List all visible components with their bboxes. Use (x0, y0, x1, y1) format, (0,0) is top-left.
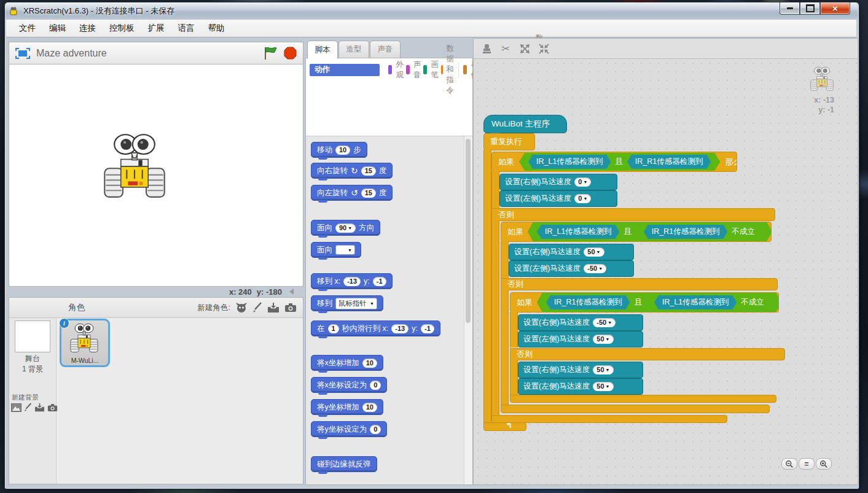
if-block-1[interactable]: 如果 IR_L1传感器检测到 且 IR_R1传感器检测到 那么 (491, 152, 737, 172)
stop-icon[interactable] (284, 47, 297, 60)
set-left-motor-block[interactable]: 设置(左侧)马达速度 50▼ (518, 378, 643, 395)
paint-backdrop-icon[interactable] (24, 403, 32, 412)
set-right-motor-block[interactable]: 设置(右侧)马达速度 0▼ (499, 174, 617, 190)
change-y-block[interactable]: 将y坐标增加10 (311, 399, 383, 415)
ir-r1-sensor-reporter[interactable]: IR_R1传感器检测到 (644, 225, 727, 239)
change-x-block[interactable]: 将x坐标增加10 (311, 355, 383, 371)
if-block-2[interactable]: 如果 IR_L1传感器检测到 且 IR_R1传感器检测到 不成立 那么 (501, 222, 772, 242)
upload-sprite-icon[interactable] (267, 302, 280, 313)
green-flag-icon[interactable] (263, 47, 278, 60)
new-sprite-library-icon[interactable] (235, 302, 248, 313)
speed-dropdown[interactable]: 50▼ (584, 247, 604, 257)
ir-r1-sensor-reporter[interactable]: IR_R1传感器检测到 (627, 155, 711, 169)
stage-thumbnail[interactable] (15, 320, 50, 352)
menu-help[interactable]: 帮助 (201, 20, 232, 36)
collapse-stage-arrow-icon[interactable] (289, 289, 294, 295)
category-pen[interactable]: 画笔 (423, 63, 441, 77)
category-motion[interactable]: 动作 (310, 63, 388, 77)
stage-canvas[interactable] (9, 64, 303, 287)
scripts-pane[interactable]: ✂ x: -13 y: -1 WuLiBot 主程序 重复执行 ↰ (473, 38, 858, 485)
speed-dropdown[interactable]: 50▼ (593, 365, 613, 375)
grow-sprite-icon[interactable] (518, 42, 531, 55)
set-right-motor-block[interactable]: 设置(右侧)马达速度 -50▼ (518, 314, 643, 331)
project-name[interactable]: Maze adventure (36, 48, 257, 59)
ir-l1-sensor-reporter[interactable]: IR_L1传感器检测到 (654, 295, 737, 309)
not-block[interactable]: IR_R1传感器检测到 不成立 (636, 223, 763, 240)
move-steps-block[interactable]: 移动10步 (311, 142, 367, 158)
robot-sprite[interactable] (102, 132, 167, 198)
color-swatch (463, 65, 467, 74)
sprite-info-icon[interactable]: i (59, 318, 69, 328)
if-block-3[interactable]: 如果 IR_R1传感器检测到 且 IR_L1传感器检测到 不成立 那么 (510, 292, 779, 312)
menu-language[interactable]: 语言 (171, 20, 201, 36)
point-towards-block[interactable]: 面向 ▼ (311, 242, 361, 258)
title-bar[interactable]: XRScratch(v1.6.3) - 没有连接串口 - 未保存 × (5, 2, 858, 19)
speed-dropdown[interactable]: 50▼ (593, 382, 613, 391)
scrollbar-thumb[interactable] (466, 139, 471, 323)
dropdown-arrow-icon: ▼ (596, 248, 601, 256)
point-direction-block[interactable]: 面向 90▼ 方向 (311, 220, 380, 236)
category-looks[interactable]: 外观 (388, 63, 406, 77)
turn-left-block[interactable]: 向左旋转↺ 15度 (311, 185, 393, 201)
speed-dropdown[interactable]: 0▼ (574, 194, 591, 203)
ir-l1-sensor-reporter[interactable]: IR_L1传感器检测到 (537, 225, 619, 239)
shrink-sprite-icon[interactable] (537, 42, 550, 55)
camera-sprite-icon[interactable] (284, 303, 297, 312)
fullscreen-icon[interactable] (15, 48, 30, 59)
speed-dropdown[interactable]: -50▼ (593, 318, 616, 327)
dropdown-arrow-icon: ▼ (608, 319, 612, 327)
set-right-motor-block[interactable]: 设置(右侧)马达速度 50▼ (509, 244, 634, 260)
wulibot-main-hat-block[interactable]: WuLiBot 主程序 (483, 115, 567, 133)
sprite-list-item[interactable]: i M-WuLi... (60, 319, 110, 367)
new-sprite-label: 新建角色: (198, 303, 230, 313)
menu-connect[interactable]: 连接 (72, 20, 103, 36)
menu-edit[interactable]: 编辑 (42, 20, 72, 36)
minimize-button[interactable] (780, 2, 800, 15)
backdrop-library-icon[interactable] (11, 403, 22, 412)
repeat-forever-block[interactable]: 重复执行 (483, 133, 535, 150)
dropdown-arrow-icon: ▼ (370, 301, 374, 306)
set-y-block[interactable]: 将y坐标设定为0 (311, 421, 387, 437)
category-sound[interactable]: 声音 (406, 63, 424, 77)
close-button[interactable]: × (820, 2, 850, 15)
maximize-button[interactable] (800, 2, 820, 15)
ir-r1-sensor-reporter[interactable]: IR_R1传感器检测到 (546, 295, 630, 309)
set-x-block[interactable]: 将x坐标设定为0 (311, 377, 387, 393)
speed-dropdown[interactable]: -50▼ (584, 264, 606, 273)
tab-scripts[interactable]: 脚本 (307, 41, 338, 59)
and-block[interactable]: IR_R1传感器检测到 且 IR_L1传感器检测到 不成立 (537, 292, 779, 312)
bounce-on-edge-block[interactable]: 碰到边缘就反弹 (311, 456, 377, 472)
set-left-motor-block[interactable]: 设置(左侧)马达速度 0▼ (499, 190, 617, 207)
tab-sounds[interactable]: 声音 (370, 41, 401, 58)
speed-dropdown[interactable]: 0▼ (574, 177, 591, 187)
speed-dropdown[interactable]: 50▼ (593, 335, 613, 344)
camera-backdrop-icon[interactable] (47, 403, 58, 412)
else-bar-2: 否则 (501, 278, 778, 290)
scissors-icon[interactable]: ✂ (499, 42, 512, 55)
and-block[interactable]: IR_L1传感器检测到 且 IR_R1传感器检测到 不成立 (528, 222, 772, 242)
category-data[interactable]: 数据和指令 (441, 63, 459, 77)
target-dropdown[interactable]: ▼ (335, 245, 355, 255)
menu-file[interactable]: 文件 (12, 20, 42, 36)
tab-costumes[interactable]: 造型 (338, 41, 369, 58)
set-left-motor-block[interactable]: 设置(左侧)马达速度 -50▼ (509, 260, 634, 277)
zoom-in-button[interactable] (816, 458, 832, 470)
target-dropdown[interactable]: 鼠标指针▼ (335, 298, 377, 309)
glide-block[interactable]: 在1 秒内滑行到 x:-13 y:-1 (311, 320, 440, 336)
set-right-motor-block[interactable]: 设置(右侧)马达速度 50▼ (518, 362, 643, 378)
menu-board[interactable]: 控制板 (103, 20, 141, 36)
not-block[interactable]: IR_L1传感器检测到 不成立 (646, 294, 772, 311)
zoom-reset-button[interactable]: = (799, 458, 815, 470)
upload-backdrop-icon[interactable] (34, 403, 45, 412)
goto-xy-block[interactable]: 移到 x:-13 y:-1 (311, 273, 393, 289)
paint-new-sprite-icon[interactable] (252, 302, 262, 313)
ir-l1-sensor-reporter[interactable]: IR_L1传感器检测到 (528, 155, 611, 169)
stamp-icon[interactable] (480, 42, 493, 55)
palette-scrollbar[interactable] (464, 136, 472, 484)
set-left-motor-block[interactable]: 设置(左侧)马达速度 50▼ (518, 331, 643, 347)
and-block[interactable]: IR_L1传感器检测到 且 IR_R1传感器检测到 (519, 153, 720, 171)
zoom-out-button[interactable] (781, 458, 797, 470)
turn-right-block[interactable]: 向右旋转↻ 15度 (311, 163, 393, 179)
menu-extensions[interactable]: 扩展 (141, 20, 171, 36)
goto-mouse-block[interactable]: 移到 鼠标指针▼ (311, 295, 383, 311)
